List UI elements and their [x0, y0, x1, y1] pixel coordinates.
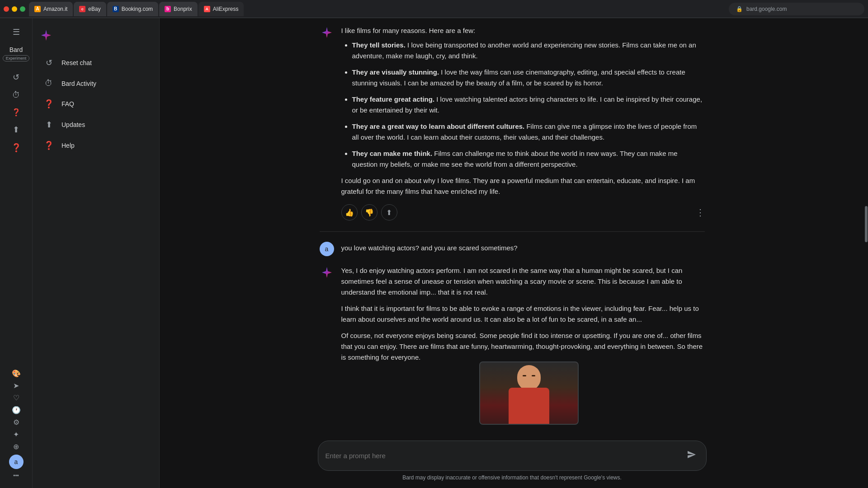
lock-icon: 🔒: [736, 6, 743, 12]
url-text: bard.google.com: [746, 6, 787, 12]
tab-booking[interactable]: B Booking.com: [107, 2, 158, 16]
person-silhouette: [506, 365, 552, 424]
sidebar-item-updates[interactable]: ⬆: [3, 121, 30, 138]
maximize-window-btn[interactable]: [20, 6, 25, 12]
tab-ebay-label: eBay: [88, 6, 100, 12]
nav-labels-panel: ↺ Reset chat ⏱ Bard Activity ❓ FAQ ⬆ Upd…: [33, 18, 159, 488]
bullet-5-bold: They can make me think.: [352, 150, 433, 157]
nav-faq[interactable]: ❓ FAQ: [33, 94, 148, 114]
bard-sparkle-icon: [40, 29, 52, 42]
more-options-button[interactable]: ⋮: [696, 207, 705, 218]
response-2-p2: I think that it is important for films t…: [341, 303, 705, 325]
clock-icon[interactable]: 🕐: [12, 406, 21, 414]
reset-chat-label: Reset chat: [61, 59, 92, 66]
booking-favicon: B: [113, 6, 119, 12]
chat-container: I like films for many reasons. Here are …: [309, 25, 716, 374]
close-window-btn[interactable]: [4, 6, 9, 12]
video-feed: [480, 362, 578, 424]
palette-icon[interactable]: 🎨: [12, 369, 21, 378]
thumbs-down-button[interactable]: 👎: [361, 204, 377, 221]
updates-icon: ⬆: [13, 125, 19, 135]
tab-aliexpress[interactable]: A AliExpress: [198, 2, 244, 16]
response-intro: I like films for many reasons. Here are …: [341, 25, 705, 36]
tab-bar: A Amazon.it e eBay B Booking.com b Bonpr…: [29, 2, 725, 16]
user-message-row: a you love watching actors? and you are …: [320, 241, 705, 256]
video-overlay: [479, 361, 579, 425]
message-divider: [320, 231, 705, 232]
tab-ebay[interactable]: e eBay: [74, 2, 106, 16]
scrollbar-track[interactable]: [864, 18, 868, 488]
sidebar-header: ☰: [0, 22, 32, 42]
left-panel: ☰ Bard Experiment ↺ ⏱ ❓ ⬆ ❓: [0, 18, 160, 488]
help-nav-icon: ❓: [43, 141, 54, 150]
bonprix-favicon: b: [165, 6, 171, 12]
bullet-4: They are a great way to learn about diff…: [352, 121, 705, 143]
faq-label: FAQ: [61, 100, 74, 108]
icon-sidebar: ☰ Bard Experiment ↺ ⏱ ❓ ⬆ ❓: [0, 18, 33, 488]
minimize-window-btn[interactable]: [12, 6, 17, 12]
bard-message-1: I like films for many reasons. Here are …: [320, 25, 705, 221]
bullet-3-bold: They feature great acting.: [352, 95, 435, 103]
circle-icon[interactable]: ⊕: [13, 442, 19, 451]
share-button[interactable]: ⬆: [381, 204, 397, 221]
tab-bonprix[interactable]: b Bonprix: [159, 2, 198, 16]
response-bullets: They tell stories. I love being transpor…: [341, 40, 705, 170]
aliexpress-favicon: A: [204, 6, 210, 12]
sidebar-item-help[interactable]: ❓: [3, 139, 30, 156]
activity-nav-icon: ⏱: [43, 79, 54, 88]
bard-wordmark: Bard: [8, 44, 25, 55]
tab-aliexpress-label: AliExpress: [213, 6, 239, 12]
reset-nav-icon: ↺: [43, 58, 54, 68]
experiment-badge: Experiment: [3, 55, 30, 61]
user-avatar[interactable]: a: [9, 455, 24, 469]
sidebar-bottom: 🎨 ➤ ♡ 🕐 ⚙ ✦ ⊕ a •••: [9, 369, 24, 484]
response-conclusion: I could go on and on about why I love fi…: [341, 175, 705, 197]
bard-sparkle-avatar-2: [320, 265, 334, 280]
input-area: Bard may display inaccurate or offensive…: [160, 433, 864, 488]
scrollbar-thumb[interactable]: [865, 206, 868, 242]
star-icon[interactable]: ✦: [13, 430, 19, 439]
address-bar[interactable]: 🔒 bard.google.com: [729, 3, 864, 15]
prompt-input-container: [318, 441, 707, 471]
nav-help[interactable]: ❓ Help: [33, 135, 148, 156]
sidebar-nav-icons: ↺ ⏱ ❓ ⬆ ❓: [0, 69, 32, 369]
nav-reset-chat[interactable]: ↺ Reset chat: [33, 52, 148, 73]
bullet-2-bold: They are visually stunning.: [352, 68, 439, 76]
thumbs-up-button[interactable]: 👍: [341, 204, 358, 221]
user-avatar-chat: a: [320, 242, 334, 256]
sidebar-item-faq[interactable]: ❓: [3, 104, 30, 120]
bullet-4-bold: They are a great way to learn about diff…: [352, 122, 525, 130]
heart-icon[interactable]: ♡: [13, 394, 19, 402]
tab-amazon-label: Amazon.it: [43, 6, 67, 12]
more-dots-icon[interactable]: •••: [13, 473, 19, 479]
bard-avatar-icon-2: [321, 266, 333, 279]
activity-icon: ⏱: [12, 90, 20, 100]
bullet-2: They are visually stunning. I love the w…: [352, 67, 705, 89]
app-container: ☰ Bard Experiment ↺ ⏱ ❓ ⬆ ❓: [0, 18, 868, 488]
gear-icon[interactable]: ⚙: [13, 418, 19, 427]
send-icon: [686, 449, 697, 460]
amazon-favicon: A: [34, 6, 41, 12]
prompt-input[interactable]: [326, 452, 681, 460]
bard-avatar-icon: [321, 26, 333, 39]
faq-icon: ❓: [12, 108, 21, 117]
sidebar-item-reset[interactable]: ↺: [3, 69, 30, 86]
faq-nav-icon: ❓: [43, 99, 54, 109]
help-label: Help: [61, 142, 75, 149]
head: [517, 365, 541, 390]
sidebar-item-activity[interactable]: ⏱: [3, 87, 30, 103]
nav-updates[interactable]: ⬆ Updates: [33, 114, 148, 135]
browser-chrome: A Amazon.it e eBay B Booking.com b Bonpr…: [0, 0, 868, 18]
window-controls: [4, 6, 25, 12]
user-message-text: you love watching actors? and you are sc…: [341, 241, 518, 253]
send-button[interactable]: [684, 447, 699, 464]
help-icon: ❓: [11, 143, 21, 153]
tab-amazon[interactable]: A Amazon.it: [29, 2, 73, 16]
nav-bard-activity[interactable]: ⏱ Bard Activity: [33, 73, 148, 94]
bard-response-1-content: I like films for many reasons. Here are …: [341, 25, 705, 221]
send-icon[interactable]: ➤: [13, 381, 19, 390]
hamburger-icon[interactable]: ☰: [13, 27, 20, 37]
updates-nav-icon: ⬆: [43, 120, 54, 130]
tab-bonprix-label: Bonprix: [174, 6, 192, 12]
tab-booking-label: Booking.com: [122, 6, 153, 12]
